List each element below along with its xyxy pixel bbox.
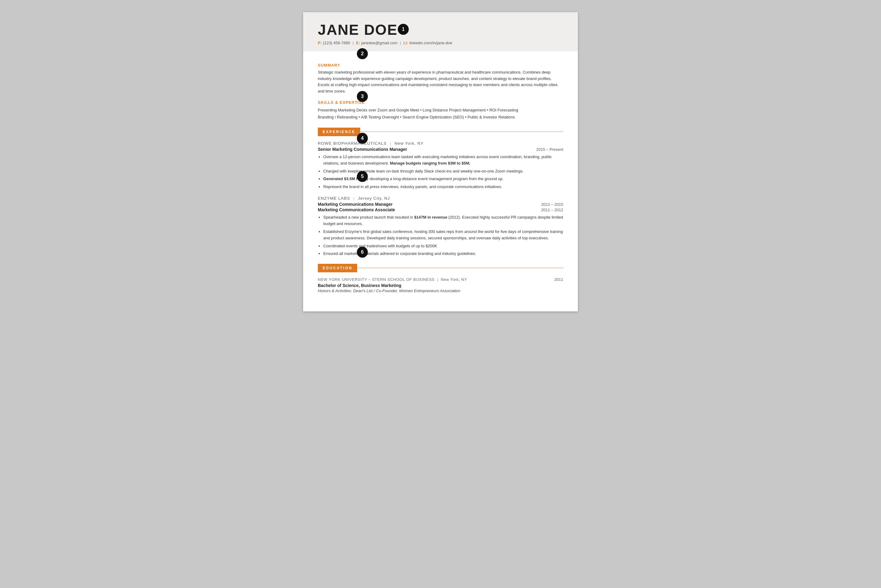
job-enzyme-bullet-1: Spearheaded a new product launch that re…	[323, 214, 563, 227]
job-enzyme-company: ENZYME LABS | Jersey City, NJ	[318, 196, 563, 201]
job-rowe-location: New York, NY	[395, 141, 424, 146]
education-label: EDUCATION	[323, 266, 352, 270]
edu-school-name: NEW YORK UNIVERSITY – STERN SCHOOL OF BU…	[318, 277, 467, 282]
experience-bar: EXPERIENCE	[318, 128, 360, 136]
job-enzyme-dates-1: 2012 – 2015	[541, 202, 563, 207]
phone-value: (123) 456-7890	[323, 40, 350, 45]
annotation-6: 6	[357, 247, 368, 258]
job-rowe-bullets: Oversee a 12-person communications team …	[318, 154, 563, 190]
job-enzyme-location: Jersey City, NJ	[358, 196, 390, 201]
separator-2: |	[400, 40, 401, 45]
email-value: janedoe@gmail.com	[361, 40, 397, 45]
skills-row-2: Branding / Rebranding • A/B Testing Over…	[318, 114, 563, 121]
phone-label: P:	[318, 40, 322, 45]
job-enzyme-bullet-2: Established Enzyme's first global sales …	[323, 228, 563, 242]
job-rowe-role-row: Senior Marketing Communications Manager …	[318, 147, 563, 152]
job-rowe: ROWE BIOPHARMACEUTICALS | New York, NY S…	[318, 141, 563, 190]
education-line	[357, 268, 563, 268]
job-enzyme: ENZYME LABS | Jersey City, NJ Marketing …	[318, 196, 563, 257]
experience-label: EXPERIENCE	[323, 130, 355, 134]
edu-degree: Bachelor of Science, Business Marketing	[318, 283, 563, 288]
job-enzyme-dates-2: 2011 – 2012	[541, 208, 563, 212]
email-label: E:	[356, 40, 360, 45]
job-rowe-company-name: ROWE BIOPHARMACEUTICALS	[318, 141, 387, 146]
skills-row-1: Presenting Marketing Decks over Zoom and…	[318, 106, 563, 114]
annotation-5: 5	[357, 171, 368, 182]
edu-honors: Honors & Activities: Dean's List / Co-Fo…	[318, 288, 563, 293]
separator-1: |	[352, 40, 354, 45]
job-enzyme-title-2: Marketing Communications Associate	[318, 207, 395, 212]
job-rowe-title: Senior Marketing Communications Manager	[318, 147, 407, 152]
experience-line	[360, 132, 563, 132]
job-enzyme-role-row-1: Marketing Communications Manager 2012 – …	[318, 202, 563, 207]
page-wrapper: 1 2 3 4 5 6 JANE DOE P: (123) 456-7890 |…	[303, 12, 578, 311]
job-enzyme-role-row-2: Marketing Communications Associate 2011 …	[318, 207, 563, 212]
job-rowe-bullet-1: Oversee a 12-person communications team …	[323, 154, 563, 167]
experience-section-header: EXPERIENCE	[318, 128, 563, 136]
skills-label: SKILLS & EXPERTISE	[318, 100, 563, 105]
resume-body: SUMMARY Strategic marketing professional…	[303, 51, 578, 311]
edu-nyu: NEW YORK UNIVERSITY – STERN SCHOOL OF BU…	[318, 277, 563, 293]
annotation-3: 3	[357, 91, 368, 102]
job-rowe-bullet-4: Represent the brand in all press intervi…	[323, 183, 563, 190]
education-section-header: EDUCATION	[318, 264, 563, 272]
skills-content: Presenting Marketing Decks over Zoom and…	[318, 106, 563, 121]
annotation-1: 1	[398, 24, 409, 35]
linkedin-value: linkedin.com/in/jane-doe	[409, 40, 452, 45]
job-rowe-dates: 2015 – Present	[536, 147, 563, 152]
annotation-2: 2	[357, 48, 368, 59]
linkedin-label: Li:	[403, 40, 408, 45]
summary-label: SUMMARY	[318, 63, 563, 68]
education-bar: EDUCATION	[318, 264, 357, 272]
edu-school-row: NEW YORK UNIVERSITY – STERN SCHOOL OF BU…	[318, 277, 563, 282]
job-enzyme-bullets: Spearheaded a new product launch that re…	[318, 214, 563, 257]
summary-text: Strategic marketing professional with el…	[318, 69, 563, 94]
resume-document: JANE DOE P: (123) 456-7890 | E: janedoe@…	[303, 12, 578, 311]
candidate-name: JANE DOE	[318, 22, 563, 38]
resume-header: JANE DOE P: (123) 456-7890 | E: janedoe@…	[303, 12, 578, 51]
job-rowe-company: ROWE BIOPHARMACEUTICALS | New York, NY	[318, 141, 563, 146]
job-enzyme-company-name: ENZYME LABS	[318, 196, 350, 201]
job-enzyme-title-1: Marketing Communications Manager	[318, 202, 393, 207]
annotation-4: 4	[357, 133, 368, 144]
edu-year: 2011	[554, 277, 563, 282]
contact-info: P: (123) 456-7890 | E: janedoe@gmail.com…	[318, 40, 563, 45]
